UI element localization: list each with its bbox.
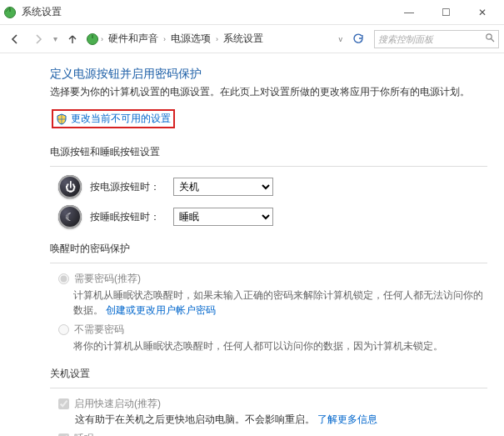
- refresh-button[interactable]: [349, 30, 367, 48]
- maximize-button[interactable]: ☐: [427, 1, 464, 24]
- arrow-left-icon: [9, 33, 21, 45]
- svg-rect-3: [92, 35, 93, 38]
- page-heading: 定义电源按钮并启用密码保护: [50, 67, 487, 82]
- divider: [50, 263, 487, 263]
- unlock-settings-link[interactable]: 更改当前不可用的设置: [71, 112, 171, 126]
- arrow-right-icon: [32, 33, 44, 45]
- desc-text: 这有助于在关机之后更快地启动电脑。不会影响重启。: [75, 413, 315, 425]
- checkbox-label: 睡眠: [74, 432, 94, 436]
- svg-rect-1: [9, 8, 11, 12]
- sleep-button-select[interactable]: 睡眠: [173, 208, 273, 226]
- arrow-up-icon: [67, 33, 78, 45]
- highlight-box: 更改当前不可用的设置: [52, 109, 175, 128]
- power-icon: ⏻: [58, 175, 82, 198]
- app-icon: [3, 6, 17, 19]
- unlock-settings-row: 更改当前不可用的设置: [50, 108, 177, 130]
- shield-icon: [56, 113, 67, 125]
- svg-point-4: [487, 34, 492, 39]
- breadcrumb-segment[interactable]: 系统设置: [220, 30, 267, 48]
- checkbox-input[interactable]: [58, 398, 69, 409]
- create-password-link[interactable]: 创建或更改用户帐户密码: [106, 304, 216, 316]
- sleep-button-label: 按睡眠按钮时：: [90, 210, 165, 224]
- control-panel-icon: [86, 33, 99, 46]
- search-icon: [485, 33, 495, 45]
- navigation-bar: ▾ › 硬件和声音 › 电源选项 › 系统设置 v: [0, 25, 504, 53]
- breadcrumb[interactable]: › 硬件和声音 › 电源选项 › 系统设置 v: [86, 30, 346, 48]
- svg-line-5: [492, 39, 495, 43]
- page-description: 选择要为你的计算机设置的电源设置。在此页上对设置所做的更改将应用于你所有的电源计…: [50, 85, 487, 99]
- breadcrumb-segment[interactable]: 电源选项: [167, 30, 214, 48]
- back-button[interactable]: [5, 29, 25, 49]
- radio-need-password[interactable]: 需要密码(推荐): [58, 272, 487, 286]
- radio-input[interactable]: [58, 324, 69, 335]
- minimize-icon: —: [404, 7, 414, 18]
- power-button-row: ⏻ 按电源按钮时： 关机: [58, 175, 487, 198]
- maximize-icon: ☐: [442, 7, 451, 18]
- section-title-shutdown: 关机设置: [50, 367, 487, 381]
- chevron-right-icon: ›: [216, 35, 218, 43]
- checkbox-sleep[interactable]: 睡眠: [58, 432, 487, 436]
- power-button-select[interactable]: 关机: [173, 178, 273, 196]
- chevron-right-icon: ›: [163, 35, 166, 43]
- checkbox-label: 启用快速启动(推荐): [74, 397, 161, 411]
- sleep-icon: ☾: [58, 205, 82, 228]
- close-button[interactable]: ✕: [464, 1, 501, 24]
- page-content: 定义电源按钮并启用密码保护 选择要为你的计算机设置的电源设置。在此页上对设置所做…: [0, 53, 504, 436]
- minimize-button[interactable]: —: [391, 1, 427, 24]
- refresh-icon: [352, 33, 364, 45]
- breadcrumb-segment[interactable]: 硬件和声音: [105, 30, 162, 48]
- checkbox-fast-startup[interactable]: 启用快速启动(推荐): [58, 397, 487, 411]
- radio-label: 不需要密码: [74, 323, 124, 337]
- radio-input[interactable]: [58, 273, 69, 284]
- window-title: 系统设置: [22, 5, 391, 19]
- need-password-desc: 计算机从睡眠状态唤醒时，如果未输入正确的密码来解除计算机锁定，任何人都无法访问你…: [73, 288, 487, 318]
- close-icon: ✕: [478, 7, 487, 18]
- divider: [50, 388, 487, 388]
- up-button[interactable]: [62, 29, 82, 49]
- breadcrumb-dropdown[interactable]: v: [336, 35, 347, 43]
- no-password-desc: 将你的计算机从睡眠状态唤醒时，任何人都可以访问你的数据，因为计算机未锁定。: [73, 338, 487, 353]
- forward-button[interactable]: [28, 29, 48, 49]
- history-dropdown[interactable]: ▾: [53, 34, 57, 43]
- chevron-right-icon: ›: [101, 35, 103, 43]
- radio-label: 需要密码(推荐): [74, 272, 141, 286]
- search-box[interactable]: [374, 30, 499, 48]
- power-button-label: 按电源按钮时：: [90, 180, 165, 194]
- section-title-wake: 唤醒时的密码保护: [50, 242, 487, 256]
- divider: [50, 166, 487, 167]
- wake-password-group: 需要密码(推荐) 计算机从睡眠状态唤醒时，如果未输入正确的密码来解除计算机锁定，…: [58, 272, 487, 353]
- title-bar: 系统设置 — ☐ ✕: [0, 0, 504, 25]
- search-input[interactable]: [378, 34, 485, 44]
- sleep-button-row: ☾ 按睡眠按钮时： 睡眠: [58, 205, 487, 228]
- fast-startup-desc: 这有助于在关机之后更快地启动电脑。不会影响重启。 了解更多信息: [75, 413, 487, 427]
- section-title-buttons: 电源按钮和睡眠按钮设置: [50, 145, 487, 159]
- learn-more-link[interactable]: 了解更多信息: [317, 413, 377, 425]
- radio-no-password[interactable]: 不需要密码: [58, 323, 487, 337]
